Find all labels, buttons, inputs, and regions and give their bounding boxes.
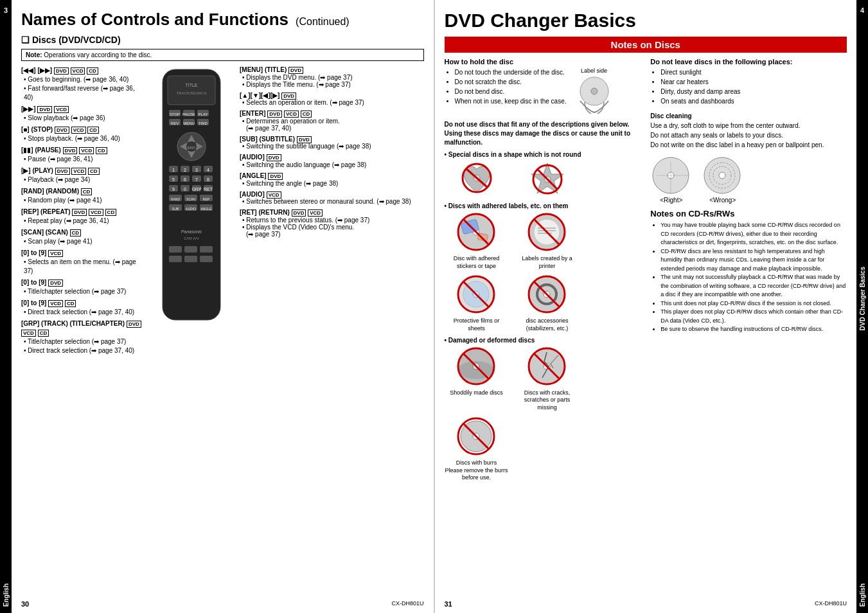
disc-accessories-label: disc accessories (stabilizers, etc.) [515, 317, 580, 332]
right-disc-label: <Right> [660, 197, 682, 204]
disc-cleaning-title: Disc cleaning [650, 112, 691, 120]
controls-list: [◀◀] [▶▶] DVD VCD CD Goes to beginning. … [21, 66, 143, 358]
protective-disc-row: Protective films or sheets d [445, 274, 641, 332]
do-not-leave-section: Do not leave discs in the following plac… [650, 58, 847, 106]
right-page-number: 31 [445, 600, 452, 608]
remote-illustration: TITLE TRACK/SEARCH STOP PAUSE PLAY REV M… [146, 66, 236, 358]
right-top-label: English [859, 583, 866, 607]
svg-point-102 [458, 361, 494, 379]
right-footer: 31 CX-DH801U [435, 600, 857, 608]
ctrl-slow: [▶▶] DVD VCD Slow playback (➡ page 36) [21, 105, 143, 123]
disc-cleaning-text: Use a dry, soft cloth to wipe from the c… [650, 122, 824, 148]
svg-text:9: 9 [172, 187, 175, 191]
special-shapes-label: • Special discs in a shape which is not … [445, 151, 641, 158]
svg-rect-64 [169, 256, 182, 262]
svg-text:4: 4 [207, 168, 209, 172]
svg-text:SUB: SUB [172, 207, 179, 211]
left-footer: 30 CX-DH801U [12, 600, 434, 608]
disc-accessories: disc accessories (stabilizers, etc.) [515, 274, 580, 332]
svg-rect-63 [200, 246, 213, 253]
svg-text:CAR A/V: CAR A/V [184, 236, 199, 240]
right-inner-layout: How to hold the disc Do not touch the un… [445, 58, 847, 486]
svg-point-68 [591, 88, 598, 94]
svg-text:TRACK/SEARCH: TRACK/SEARCH [176, 91, 206, 95]
callout-angle: [ANGLE] DVD Switching the angle (➡ page … [240, 172, 424, 187]
right-page-num: 4 [860, 6, 864, 14]
adhered-labels-label: • Discs with adhered labels, etc. on the… [445, 202, 641, 209]
label-side-area: Do not touch the underside of the disc. … [445, 67, 641, 114]
callout-audio-dvd: [AUDIO] DVD Switching the audio language… [240, 154, 424, 168]
svg-text:GRP: GRP [191, 187, 202, 191]
disc-section-title: ❑ Discs (DVD/VCD/CD) [21, 35, 424, 45]
disc-protective-label: Protective films or sheets [445, 317, 509, 332]
left-section-label: English [3, 583, 10, 607]
svg-text:STOP: STOP [170, 112, 180, 116]
left-model-num: CX-DH801U [391, 600, 423, 608]
svg-text:RET: RET [204, 187, 213, 191]
hand-disc-svg [572, 75, 617, 114]
svg-text:8: 8 [207, 177, 209, 182]
main-content: Names of Controls and Functions (Continu… [12, 0, 856, 613]
controls-layout: [◀◀] [▶▶] DVD VCD CD Goes to beginning. … [21, 66, 424, 358]
svg-point-119 [719, 172, 725, 179]
label-side-disc: Label side [572, 67, 617, 114]
svg-rect-1 [168, 76, 215, 105]
label-side-text: Label side [581, 67, 607, 74]
disc-cracked: Discs with cracks, scratches or parts mi… [515, 346, 580, 412]
how-to-hold-title: How to hold the disc [445, 58, 641, 66]
adhered-disc-row: Disc with adhered stickers or tape [445, 211, 641, 270]
svg-text:6: 6 [184, 177, 186, 182]
protective-films-section: Protective films or sheets d [445, 274, 641, 332]
svg-text:FWD: FWD [199, 121, 208, 125]
svg-text:PAUSE: PAUSE [182, 112, 195, 116]
left-title: Names of Controls and Functions [21, 10, 288, 29]
callouts-list: [MENU] (TITLE) DVD Displays the DVD menu… [240, 66, 424, 358]
right-model-num: CX-DH801U [815, 600, 847, 608]
damaged-discs-section: • Damaged or deformed discs Sh [445, 337, 641, 412]
ctrl-play: [▶] (PLAY) DVD VCD CD Playback (➡ page 3… [21, 166, 143, 184]
how-to-hold-section: How to hold the disc Do not touch the un… [445, 58, 641, 114]
ctrl-0to9-vcdcd: [0] to [9] VCD CD Direct track selection… [21, 299, 143, 317]
right-left-col: How to hold the disc Do not touch the un… [445, 58, 641, 486]
disc-cleaning-section: Disc cleaning Use a dry, soft cloth to w… [650, 111, 847, 150]
svg-text:7: 7 [195, 177, 198, 182]
callout-menu-title: [MENU] (TITLE) DVD Displays the DVD menu… [240, 66, 424, 88]
svg-text:MENU: MENU [183, 121, 195, 125]
disc-heart-shape [445, 160, 509, 199]
svg-text:TITLE: TITLE [185, 83, 197, 87]
callout-ret: [RET] (RETURN) DVD VCD Returns to the pr… [240, 209, 424, 238]
note-box: Note: Operations vary according to the d… [21, 49, 424, 61]
warning-bold: Do not use discs that fit any of the des… [445, 121, 631, 146]
svg-text:3: 3 [195, 168, 198, 172]
note-label: Note: [26, 51, 42, 58]
svg-text:0: 0 [184, 187, 186, 191]
left-page-num: 3 [4, 6, 8, 14]
svg-text:2: 2 [184, 168, 186, 172]
disc-printer-label: Labels created by a printer [515, 211, 580, 270]
cd-rs-section: Notes on CD-Rs/RWs You may have trouble … [650, 209, 847, 334]
how-to-hold-bullets: Do not touch the underside of the disc. … [450, 67, 567, 106]
ctrl-stop: [■] (STOP) DVD VCD CD Stops playback. (➡… [21, 125, 143, 143]
disc-cracked-label: Discs with cracks, scratches or parts mi… [515, 389, 580, 412]
damaged-disc-label: • Damaged or deformed discs [445, 337, 641, 344]
special-shapes-section: • Special discs in a shape which is not … [445, 151, 641, 199]
wrong-disc-label: <Wrong> [709, 197, 736, 204]
disc-star-shape [515, 160, 580, 199]
ctrl-scan: [SCAN] (SCAN) CD Scan play (➡ page 41) [21, 228, 143, 246]
svg-text:REV: REV [171, 121, 179, 125]
ctrl-0to9-vcd: [0] to [9] VCD Selects an item on the me… [21, 249, 143, 276]
left-page-header: Names of Controls and Functions (Continu… [21, 10, 424, 30]
damaged-disc-row: Shoddily made discs [445, 346, 641, 412]
svg-text:1: 1 [172, 168, 175, 172]
left-side-tab: 3 English [0, 0, 12, 613]
svg-text:Panasonic: Panasonic [181, 229, 202, 234]
do-not-list: Direct sunlight Near car heaters Dirty, … [655, 67, 847, 106]
right-section-label: DVD Changer Basics [859, 267, 866, 330]
special-shape-discs [445, 160, 641, 199]
callout-enter: [ENTER] DVD VCD CD Determines an operati… [240, 110, 424, 132]
right-title: DVD Changer Basics [445, 10, 636, 31]
cd-rs-title: Notes on CD-Rs/RWs [650, 209, 847, 218]
svg-rect-62 [184, 246, 197, 253]
burrs-section: Discs with burrsPlease remove the burrs … [445, 416, 641, 482]
disc-stickers-label: Disc with adhered stickers or tape [445, 255, 509, 270]
